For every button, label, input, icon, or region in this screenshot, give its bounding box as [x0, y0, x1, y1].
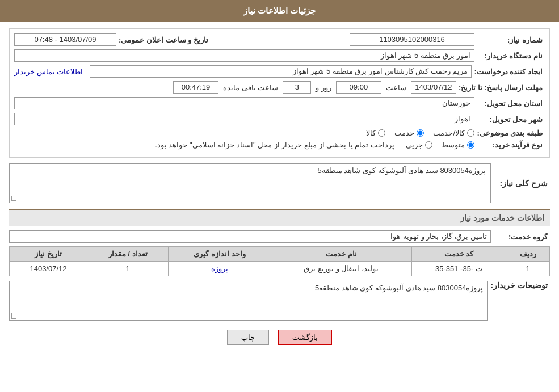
- page-title: جزئیات اطلاعات نیاز: [243, 6, 316, 15]
- category-label-kala-khadamat: کالا/خدمت: [433, 129, 465, 137]
- cell-name: تولید، انتقال و توزیع برق: [271, 262, 411, 276]
- city-value: اهواز: [14, 113, 474, 125]
- services-table: ردیف کد خدمت نام خدمت واحد اندازه گیری ت…: [9, 246, 550, 276]
- col-header-date: تاریخ نیاز: [10, 247, 87, 262]
- response-date-value: 1403/07/12: [411, 81, 456, 94]
- buyer-desc-value: پروژه8030054 سید هادی آلبوشوکه کوی شاهد …: [315, 284, 484, 292]
- category-label-khadamat: خدمت: [394, 129, 414, 137]
- col-header-unit: واحد اندازه گیری: [169, 247, 271, 262]
- cell-row-num: 1: [506, 262, 550, 276]
- cell-code: ت -35- 351-35: [411, 262, 506, 276]
- response-deadline-label: مهلت ارسال پاسخ: تا تاریخ:: [459, 83, 545, 92]
- col-header-code: کد خدمت: [411, 247, 506, 262]
- col-header-name: نام خدمت: [271, 247, 411, 262]
- buyer-name-value: امور برق منطقه 5 شهر اهواز: [14, 49, 474, 62]
- row-buyer-desc: توضیحات خریدار: پروژه8030054 سید هادی آل…: [9, 281, 550, 321]
- announce-datetime-value: 1403/07/09 - 07:48: [14, 33, 116, 46]
- category-radio-khadamat[interactable]: [417, 129, 424, 137]
- page-wrapper: جزئیات اطلاعات نیاز شماره نیاز: 11030951…: [0, 0, 559, 392]
- row-service-group: گروه خدمت: تامین برق، گاز، بخار و تهویه …: [9, 230, 550, 243]
- back-button[interactable]: بازگشت: [278, 330, 332, 345]
- need-description-value: پروژه8030054 سید هادی آلبوشوکه کوی شاهد …: [317, 166, 486, 175]
- row-city: شهر محل تحویل: اهواز: [14, 113, 545, 125]
- response-time-value: 09:00: [336, 81, 381, 94]
- category-option-kala[interactable]: کالا: [366, 129, 385, 137]
- purchase-type-label-motawaset: متوسط: [442, 141, 465, 149]
- city-label: شهر محل تحویل:: [477, 115, 545, 124]
- row-province: استان محل تحویل: خوزستان: [14, 97, 545, 109]
- main-content: شماره نیاز: 1103095102000316 تاریخ و ساع…: [0, 22, 559, 357]
- remaining-label: ساعت باقی مانده: [221, 82, 280, 93]
- purchase-type-radio-group: متوسط جزیی: [406, 141, 474, 149]
- page-header: جزئیات اطلاعات نیاز: [0, 0, 559, 22]
- form-section-top: شماره نیاز: 1103095102000316 تاریخ و ساع…: [9, 28, 550, 158]
- buttons-row: بازگشت چاپ: [9, 330, 550, 345]
- resize-handle-description: [11, 196, 16, 201]
- response-days-value: 3: [283, 81, 311, 94]
- row-need-description: شرح کلی نیاز: پروژه8030054 سید هادی آلبو…: [9, 163, 550, 203]
- row-category: طبقه بندی موضوعی: کالا/خدمت خدمت کالا: [14, 129, 545, 137]
- purchase-type-note: پرداخت تمام یا بخشی از مبلغ خریدار از مح…: [155, 141, 394, 149]
- category-radio-group: کالا/خدمت خدمت کالا: [366, 129, 474, 137]
- cell-date: 1403/07/12: [10, 262, 87, 276]
- response-time-label: ساعت: [384, 82, 409, 93]
- creator-value: مریم رحمت کش کارشناس امور برق منطقه 5 شه…: [90, 65, 472, 78]
- print-button[interactable]: چاپ: [227, 330, 269, 345]
- col-header-row-num: ردیف: [506, 247, 550, 262]
- response-days-label: روز و: [313, 82, 334, 93]
- purchase-type-radio-motawaset[interactable]: [467, 141, 474, 149]
- contact-link[interactable]: اطلاعات تماس خریدار: [14, 68, 83, 76]
- remaining-value: 00:47:19: [173, 81, 218, 94]
- buyer-name-label: نام دستگاه خریدار:: [477, 52, 545, 60]
- buyer-desc-box: پروژه8030054 سید هادی آلبوشوکه کوی شاهد …: [9, 281, 488, 321]
- buyer-desc-label: توضیحات خریدار:: [490, 281, 550, 290]
- service-group-label: گروه خدمت:: [493, 233, 550, 241]
- category-radio-kala-khadamat[interactable]: [467, 129, 474, 137]
- need-description-box: پروژه8030054 سید هادی آلبوشوکه کوی شاهد …: [9, 163, 491, 203]
- cell-quantity: 1: [87, 262, 169, 276]
- announce-datetime-label: تاریخ و ساعت اعلان عمومی:: [119, 36, 211, 44]
- need-number-label: شماره نیاز:: [477, 36, 545, 44]
- creator-label: ایجاد کننده درخواست:: [474, 68, 545, 76]
- purchase-type-label-jozyi: جزیی: [406, 141, 423, 149]
- category-option-kala-khadamat[interactable]: کالا/خدمت: [433, 129, 474, 137]
- cell-unit[interactable]: پروژه: [169, 262, 271, 276]
- table-header-row: ردیف کد خدمت نام خدمت واحد اندازه گیری ت…: [10, 247, 550, 262]
- row-response-deadline: مهلت ارسال پاسخ: تا تاریخ: 1403/07/12 سا…: [14, 81, 545, 94]
- category-label: طبقه بندی موضوعی:: [477, 129, 545, 137]
- row-buyer-name: نام دستگاه خریدار: امور برق منطقه 5 شهر …: [14, 49, 545, 62]
- row-creator: ایجاد کننده درخواست: مریم رحمت کش کارشنا…: [14, 65, 545, 78]
- category-radio-kala[interactable]: [378, 129, 385, 137]
- need-number-value: 1103095102000316: [350, 33, 474, 46]
- purchase-type-option-motawaset[interactable]: متوسط: [442, 141, 474, 149]
- row-purchase-type: نوع فرآیند خرید: متوسط جزیی پرداخت تمام …: [14, 141, 545, 149]
- category-option-khadamat[interactable]: خدمت: [394, 129, 424, 137]
- purchase-type-label: نوع فرآیند خرید:: [477, 141, 545, 149]
- table-row: 1 ت -35- 351-35 تولید، انتقال و توزیع بر…: [10, 262, 550, 276]
- province-label: استان محل تحویل:: [477, 99, 545, 108]
- col-header-quantity: تعداد / مقدار: [87, 247, 169, 262]
- purchase-type-option-jozyi[interactable]: جزیی: [406, 141, 432, 149]
- purchase-type-radio-jozyi[interactable]: [425, 141, 432, 149]
- row-need-number: شماره نیاز: 1103095102000316 تاریخ و ساع…: [14, 33, 545, 46]
- need-description-label: شرح کلی نیاز:: [493, 179, 550, 188]
- province-value: خوزستان: [14, 97, 474, 109]
- category-label-kala: کالا: [366, 129, 376, 137]
- services-section-title: اطلاعات خدمات مورد نیاز: [9, 209, 550, 226]
- resize-handle-buyer-desc: [11, 313, 16, 319]
- service-group-value: تامین برق، گاز، بخار و تهویه هوا: [9, 230, 491, 243]
